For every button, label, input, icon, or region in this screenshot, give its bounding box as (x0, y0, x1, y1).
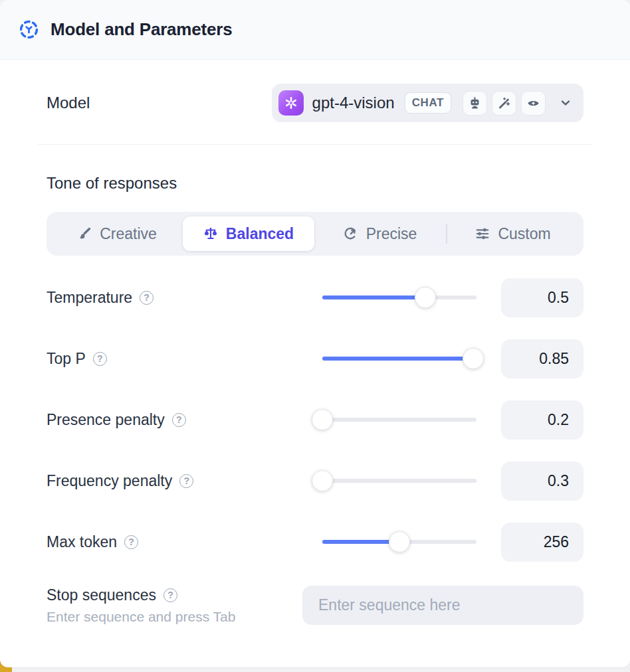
parameter-label: Presence penalty (47, 411, 165, 429)
tab-label: Precise (366, 225, 417, 243)
slider-thumb[interactable] (415, 287, 436, 308)
stop-sequences-label: Stop sequences (47, 586, 156, 604)
stop-sequences-hint: Enter sequence and press Tab (47, 609, 302, 625)
model-hub-icon (19, 19, 39, 40)
slider-fill (322, 540, 399, 544)
parameter-label: Frequency penalty (47, 472, 172, 490)
slider-thumb[interactable] (389, 531, 410, 552)
help-icon[interactable]: ? (179, 474, 193, 488)
slider-thumb[interactable] (312, 470, 333, 491)
robot-icon (463, 91, 487, 116)
parameter-label: Max token (47, 533, 117, 551)
slider-fill (322, 357, 473, 361)
tab-label: Creative (100, 225, 157, 243)
parameter-row-temperature: Temperature ? 0.5 (47, 278, 583, 317)
parameter-row-frequency-penalty: Frequency penalty ? 0.3 (47, 461, 583, 501)
target-icon (344, 226, 358, 241)
slider-thumb[interactable] (312, 409, 333, 430)
parameter-row-max-token: Max token ? 256 (47, 522, 583, 562)
vision-eye-icon (521, 91, 546, 116)
section-divider (38, 144, 592, 145)
slider-track[interactable] (322, 479, 476, 483)
help-icon[interactable]: ? (124, 535, 138, 549)
stop-sequence-input[interactable] (302, 586, 583, 625)
tab-label: Custom (498, 225, 550, 243)
parameter-label: Top P (47, 350, 86, 368)
tone-tab-group: Creative Balanced Precise Custom (47, 212, 583, 256)
paintbrush-icon (77, 226, 92, 241)
parameter-value[interactable]: 0.3 (501, 462, 583, 501)
parameter-label: Temperature (47, 289, 132, 307)
slider-track[interactable] (322, 418, 476, 422)
model-label: Model (47, 94, 90, 112)
model-capability-icons (463, 91, 546, 116)
help-icon[interactable]: ? (163, 588, 177, 602)
parameter-slider[interactable] (322, 347, 476, 370)
model-select-dropdown[interactable]: gpt-4-vision CHAT (272, 84, 583, 122)
parameter-slider[interactable] (322, 469, 476, 492)
parameter-slider[interactable] (322, 286, 476, 309)
parameter-value[interactable]: 256 (501, 523, 583, 562)
magic-wand-icon (492, 91, 516, 116)
model-name: gpt-4-vision (312, 94, 395, 112)
tone-heading: Tone of responses (47, 174, 583, 193)
parameter-list: Temperature ? 0.5 Top P ? (47, 278, 583, 562)
parameter-slider[interactable] (322, 531, 476, 553)
panel-header: Model and Parameters (0, 0, 630, 60)
tab-creative[interactable]: Creative (51, 216, 183, 251)
model-parameters-panel: Model and Parameters Model gpt-4-vision … (0, 0, 630, 667)
parameter-value[interactable]: 0.85 (501, 339, 583, 378)
parameter-row-top-p: Top P ? 0.85 (47, 339, 583, 378)
tab-precise[interactable]: Precise (314, 216, 446, 251)
page-title: Model and Parameters (51, 19, 232, 40)
balance-scale-icon (203, 226, 218, 241)
chat-mode-badge: CHAT (405, 92, 451, 114)
sliders-icon (475, 226, 490, 241)
help-icon[interactable]: ? (93, 352, 107, 366)
tab-label: Balanced (226, 225, 294, 243)
chevron-down-icon (558, 96, 573, 110)
parameter-slider[interactable] (322, 408, 476, 431)
parameter-value[interactable]: 0.2 (501, 400, 583, 440)
parameter-value[interactable]: 0.5 (501, 278, 583, 317)
help-icon[interactable]: ? (140, 291, 154, 305)
openai-logo-icon (278, 90, 304, 116)
slider-fill (322, 295, 425, 299)
parameter-row-presence-penalty: Presence penalty ? 0.2 (47, 400, 583, 440)
stop-sequences-row: Stop sequences ? Enter sequence and pres… (47, 586, 583, 625)
tab-balanced[interactable]: Balanced (183, 216, 314, 251)
model-row: Model gpt-4-vision CHAT (47, 84, 583, 122)
help-icon[interactable]: ? (172, 413, 186, 427)
tab-custom[interactable]: Custom (447, 216, 579, 251)
slider-thumb[interactable] (463, 348, 484, 369)
